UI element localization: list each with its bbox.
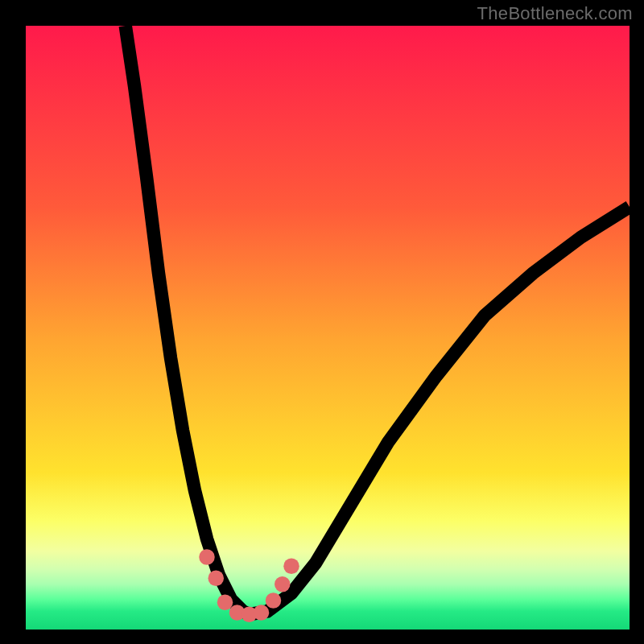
chart-svg xyxy=(26,26,630,630)
curve-marker xyxy=(208,571,225,586)
watermark-text: TheBottleneck.com xyxy=(477,3,633,24)
chart-stage: TheBottleneck.com xyxy=(0,0,644,644)
curve-marker xyxy=(275,576,291,592)
curve-marker xyxy=(266,592,282,609)
curve-marker xyxy=(254,605,270,621)
curve-marker xyxy=(283,559,299,574)
chart-plot-area xyxy=(26,26,630,630)
curve-right-arm xyxy=(250,207,630,614)
curve-marker xyxy=(199,549,215,564)
curve-markers xyxy=(199,549,299,622)
curve-left-arm xyxy=(126,26,250,614)
curve-marker xyxy=(217,595,233,610)
